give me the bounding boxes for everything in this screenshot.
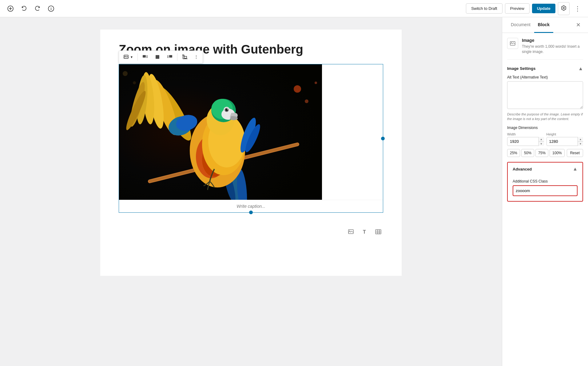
height-decrease-button[interactable]: ▼ — [578, 142, 583, 146]
dimensions-row: Width ▲ ▼ Height — [507, 132, 583, 146]
advanced-toggle: ▲ — [573, 166, 578, 172]
switch-to-draft-button[interactable]: Switch to Draft — [466, 3, 503, 14]
block-type-title: Image — [522, 38, 583, 43]
width-spinners: ▲ ▼ — [538, 137, 544, 146]
svg-point-8 — [125, 56, 125, 57]
width-input-wrap: ▲ ▼ — [507, 137, 544, 146]
editor-content: Zoom on image with Gutenberg ▼ — [100, 30, 402, 276]
more-options-button[interactable]: ⋮ — [192, 53, 201, 61]
image-toolbar: ▼ — [119, 50, 203, 63]
width-increase-button[interactable]: ▲ — [539, 137, 544, 142]
image-dropdown-arrow: ▼ — [130, 55, 133, 59]
parrot-image-container — [119, 64, 322, 200]
crop-button[interactable] — [179, 52, 190, 62]
align-right-button[interactable] — [164, 52, 175, 62]
height-label: Height — [546, 132, 583, 136]
svg-rect-13 — [156, 55, 159, 59]
insert-table-icon[interactable] — [373, 227, 383, 238]
width-decrease-button[interactable]: ▼ — [539, 142, 544, 146]
top-bar-left — [5, 3, 57, 14]
svg-point-54 — [349, 231, 350, 231]
block-tab[interactable]: Block — [534, 17, 553, 33]
svg-rect-14 — [169, 55, 172, 58]
image-settings-header[interactable]: Image Settings ▲ — [507, 66, 583, 71]
top-bar-right: Switch to Draft Preview Update ⋮ — [466, 2, 583, 15]
height-increase-button[interactable]: ▲ — [578, 137, 583, 142]
percent-buttons-row: 25% 50% 75% 100% Reset — [507, 149, 583, 157]
editor-area: Zoom on image with Gutenberg ▼ — [0, 17, 502, 366]
svg-point-19 — [294, 85, 301, 93]
width-group: Width ▲ ▼ — [507, 132, 544, 146]
sidebar-close-button[interactable]: ✕ — [574, 19, 583, 31]
bottom-editor-toolbar: T — [119, 222, 383, 238]
toolbar-separator-1 — [137, 53, 138, 61]
reset-dimensions-button[interactable]: Reset — [567, 149, 583, 157]
height-input-wrap: ▲ ▼ — [546, 137, 583, 146]
resize-handle-bottom[interactable] — [249, 211, 253, 214]
settings-button[interactable] — [558, 2, 570, 15]
insert-image-icon[interactable] — [346, 227, 356, 238]
svg-point-6 — [563, 7, 565, 9]
alt-text-label: Alt Text (Alternative Text) — [507, 75, 583, 79]
alt-text-input[interactable] — [507, 81, 583, 109]
pct-75-button[interactable]: 75% — [535, 149, 548, 157]
advanced-section: Advanced ▲ Additional CSS Class — [507, 162, 583, 202]
pct-100-button[interactable]: 100% — [550, 149, 565, 157]
align-left-button[interactable] — [140, 52, 151, 62]
redo-button[interactable] — [32, 3, 43, 14]
image-dimensions-label: Image Dimensions — [507, 126, 583, 130]
block-type-description: They're worth 1,000 words! Insert a sing… — [522, 44, 583, 54]
svg-point-62 — [511, 42, 512, 43]
advanced-heading: Advanced — [513, 167, 532, 171]
align-center-button[interactable] — [152, 52, 163, 62]
image-block[interactable]: Write caption... — [119, 64, 383, 213]
advanced-section-body: Additional CSS Class — [508, 175, 582, 201]
svg-point-20 — [305, 99, 308, 103]
toolbar-separator-2 — [177, 53, 177, 61]
svg-point-23 — [133, 81, 136, 84]
block-info-text: Image They're worth 1,000 words! Insert … — [522, 38, 583, 54]
svg-text:T: T — [363, 229, 366, 235]
insert-text-icon[interactable]: T — [360, 227, 370, 238]
css-class-label: Additional CSS Class — [513, 179, 578, 183]
block-info: Image They're worth 1,000 words! Insert … — [507, 38, 583, 60]
svg-point-22 — [123, 71, 128, 76]
css-class-input[interactable] — [513, 185, 578, 196]
svg-rect-56 — [375, 230, 381, 234]
image-settings-toggle: ▲ — [578, 66, 583, 71]
image-block-wrapper: ▼ — [119, 64, 383, 213]
image-type-button[interactable]: ▼ — [121, 52, 136, 62]
top-bar: Switch to Draft Preview Update ⋮ — [0, 0, 588, 17]
image-settings-heading: Image Settings — [507, 66, 535, 71]
height-spinners: ▲ ▼ — [578, 137, 583, 146]
sidebar-tabs: Document Block ✕ — [502, 17, 588, 33]
undo-button[interactable] — [18, 3, 30, 14]
info-button[interactable] — [46, 3, 57, 14]
add-block-button[interactable] — [5, 3, 16, 14]
width-label: Width — [507, 132, 544, 136]
update-button[interactable]: Update — [532, 4, 555, 13]
pct-50-button[interactable]: 50% — [521, 149, 534, 157]
height-group: Height ▲ ▼ — [546, 132, 583, 146]
svg-point-50 — [227, 109, 228, 110]
document-tab[interactable]: Document — [507, 17, 534, 33]
resize-handle-right[interactable] — [381, 137, 385, 140]
alt-text-hint: Describe the purpose of the image. Leave… — [507, 112, 583, 122]
svg-point-5 — [51, 7, 51, 8]
more-menu-button[interactable]: ⋮ — [572, 2, 583, 15]
block-icon — [507, 38, 518, 49]
advanced-section-header[interactable]: Advanced ▲ — [508, 163, 582, 175]
svg-rect-9 — [143, 55, 146, 58]
parrot-svg — [119, 64, 322, 200]
main-layout: Zoom on image with Gutenberg ▼ — [0, 17, 588, 366]
image-settings-section: Image Settings ▲ Alt Text (Alternative T… — [507, 66, 583, 157]
preview-button[interactable]: Preview — [505, 3, 530, 14]
svg-point-21 — [315, 82, 317, 84]
right-sidebar: Document Block ✕ Image They're worth 1,0… — [502, 17, 588, 366]
pct-25-button[interactable]: 25% — [507, 149, 520, 157]
sidebar-body: Image They're worth 1,000 words! Insert … — [502, 33, 588, 207]
